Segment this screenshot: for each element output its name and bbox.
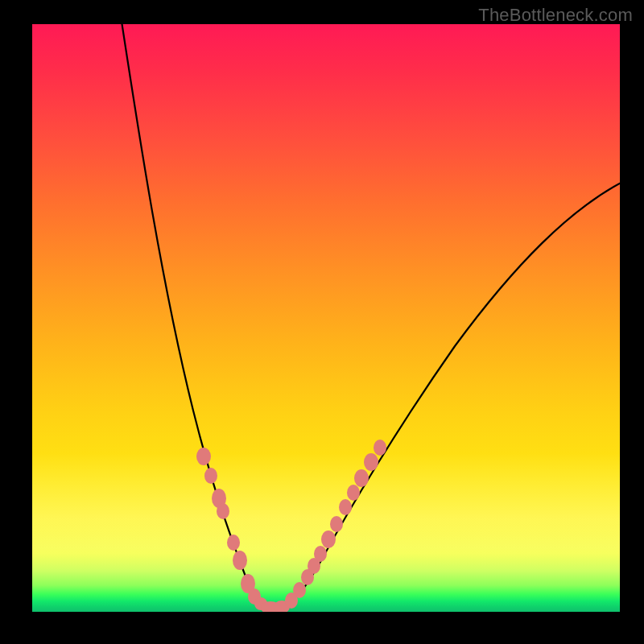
curve-dot (233, 551, 247, 570)
curve-dot (217, 503, 229, 519)
curve-dot (339, 499, 352, 515)
watermark-text: TheBottleneck.com (478, 5, 633, 26)
curve-dot (314, 546, 327, 562)
curve-dots (196, 440, 386, 612)
curve-dot (330, 516, 343, 532)
curve-dot (227, 535, 240, 551)
chart-area (32, 24, 620, 612)
chart-svg (32, 24, 620, 612)
stage: TheBottleneck.com (0, 0, 644, 644)
curve-dot (354, 469, 369, 487)
curve-dot (293, 582, 306, 598)
curve-dot (374, 440, 386, 456)
curve-dot (321, 530, 336, 548)
curve-dot (204, 468, 217, 484)
curve-dot (196, 448, 211, 465)
curve-dot (364, 453, 378, 471)
curve-dot (347, 485, 360, 501)
left-curve (121, 24, 274, 609)
